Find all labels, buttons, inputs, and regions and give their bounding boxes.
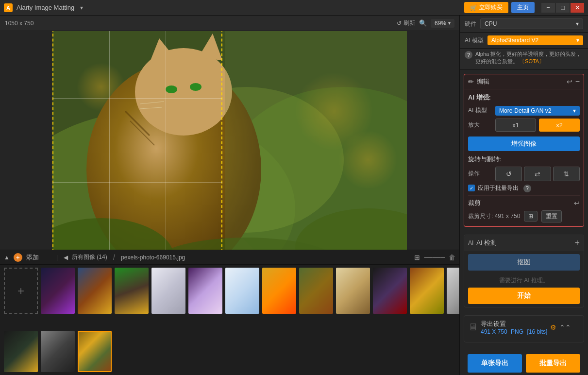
- ai-model-row: AI 模型 AlphaStandard V2 ▾: [460, 33, 588, 49]
- thumb-inner: [373, 268, 407, 314]
- ai-enhance-title: AI 增强:: [468, 93, 580, 102]
- chevron-down-icon: ▾: [573, 107, 576, 114]
- add-thumb-button[interactable]: +: [4, 268, 38, 314]
- maximize-button[interactable]: □: [556, 3, 570, 13]
- filmstrip-header: ▲ + 添加 | ◀ 所有图像 (14) / pexels-photo-6690…: [0, 250, 459, 265]
- size-slider[interactable]: ─────: [424, 254, 445, 261]
- apply-batch-label: 应用于批量导出: [478, 184, 519, 192]
- collapse-icon[interactable]: ⌃⌃: [559, 324, 571, 331]
- ai-detect-section: AI AI 检测 + 抠图 需要进行 AI 推理。 开始: [464, 235, 584, 307]
- edit-header: ✏ 编辑 ↩ −: [464, 74, 584, 89]
- list-item[interactable]: [410, 268, 444, 314]
- hardware-select[interactable]: CPU ▾: [480, 18, 583, 29]
- export-buttons-row: 单张导出 批量导出: [464, 350, 584, 375]
- list-item[interactable]: [336, 268, 370, 314]
- crop-title: 裁剪: [468, 199, 571, 207]
- thumb-inner: [299, 268, 333, 314]
- list-item[interactable]: [78, 268, 112, 314]
- apply-help-icon[interactable]: ?: [523, 185, 531, 192]
- list-item[interactable]: [41, 331, 75, 372]
- canvas-toolbar: 1050 x 750 ↺ 刷新 🔍 69% ▾: [0, 16, 459, 31]
- thumb-inner: [78, 268, 112, 314]
- canvas-viewport[interactable]: [0, 31, 459, 250]
- crop-header: 裁剪 ↩: [468, 199, 580, 207]
- add-label: 添加: [26, 253, 50, 262]
- svg-rect-20: [225, 31, 407, 250]
- grid-view-icon[interactable]: ⊞: [414, 254, 420, 261]
- apply-batch-checkbox[interactable]: ✓: [468, 185, 475, 191]
- ai-detect-title: AI 检测: [476, 239, 571, 247]
- app-logo: A: [4, 3, 13, 12]
- list-item[interactable]: [41, 268, 75, 314]
- list-item[interactable]: [225, 268, 259, 314]
- ai-model-enhance-label: AI 模型: [468, 106, 492, 115]
- list-item[interactable]: [262, 268, 296, 314]
- scale-x2-button[interactable]: x2: [539, 119, 580, 132]
- chevron-down-icon: ▾: [576, 37, 579, 44]
- export-title: 导出设置: [481, 320, 547, 328]
- export-settings-section: 🖥 导出设置 491 X 750 PNG [16 bits] ⚙ ⌃⌃: [464, 315, 584, 342]
- flip-h-button[interactable]: ⇄: [524, 167, 551, 181]
- export-info: 491 X 750 PNG [16 bits]: [481, 328, 547, 335]
- list-item[interactable]: [188, 268, 222, 314]
- ai-detect-add-button[interactable]: +: [574, 238, 580, 248]
- batch-export-button[interactable]: 批量导出: [526, 354, 580, 373]
- list-item[interactable]: [151, 268, 185, 314]
- buy-button[interactable]: 🛒 立即购买: [464, 2, 508, 13]
- list-item[interactable]: [4, 331, 38, 372]
- list-item[interactable]: [299, 268, 333, 314]
- hardware-row: 硬件 CPU ▾: [460, 16, 588, 33]
- filmstrip-scroll[interactable]: +: [0, 265, 459, 333]
- matting-button[interactable]: 抠图: [468, 254, 580, 271]
- crop-undo-button[interactable]: ↩: [574, 199, 580, 207]
- list-item[interactable]: [447, 268, 459, 314]
- settings-icon[interactable]: ⚙: [550, 324, 556, 331]
- single-export-button[interactable]: 单张导出: [468, 354, 522, 373]
- list-item[interactable]: [115, 268, 149, 314]
- delete-button[interactable]: 🗑: [449, 254, 455, 261]
- refresh-icon: ↺: [397, 20, 402, 27]
- ai-model-select[interactable]: AlphaStandard V2 ▾: [487, 35, 583, 45]
- minimize-button[interactable]: −: [541, 3, 555, 13]
- sep1: |: [56, 254, 58, 261]
- ai-desc-text: Alpha 抠化，更好的半透明度，更好的头发，更好的混合质量。 〔SOTA〕: [475, 51, 583, 66]
- filmstrip-toggle[interactable]: ▲: [4, 254, 10, 261]
- home-button[interactable]: 主页: [511, 2, 535, 13]
- ai-detect-icon: AI: [468, 239, 473, 246]
- cat-scene-svg: [52, 31, 407, 250]
- crop-size: 裁剪尺寸: 491 x 750: [468, 212, 520, 221]
- start-button[interactable]: 开始: [468, 288, 580, 304]
- flip-v-button[interactable]: ⇅: [553, 167, 580, 181]
- undo-button[interactable]: ↩: [567, 78, 572, 85]
- filmstrip-row2: [0, 329, 459, 375]
- zoom-control[interactable]: 69% ▾: [431, 19, 454, 28]
- thumb-inner: [262, 268, 296, 314]
- crop-reset-button[interactable]: 重置: [541, 210, 562, 222]
- crop-frame-button[interactable]: ⊞: [524, 211, 538, 222]
- add-button[interactable]: +: [14, 253, 22, 262]
- breadcrumb-all: 所有图像 (14): [72, 253, 107, 261]
- close-button[interactable]: ✕: [571, 3, 584, 13]
- hardware-label: 硬件: [465, 20, 476, 28]
- breadcrumb-separator: /: [113, 253, 115, 262]
- refresh-button[interactable]: ↺ 刷新: [397, 19, 415, 27]
- help-icon[interactable]: ?: [465, 51, 472, 59]
- list-item[interactable]: [373, 268, 407, 314]
- scale-x1-button[interactable]: x1: [495, 119, 536, 132]
- left-arrow-icon[interactable]: ◀: [64, 254, 68, 261]
- scale-label: 放大: [468, 121, 492, 129]
- crop-info-row: 裁剪尺寸: 491 x 750 ⊞ 重置: [468, 210, 580, 222]
- list-item-selected[interactable]: [78, 331, 112, 372]
- thumb-inner: [188, 268, 222, 314]
- svg-point-12: [190, 83, 202, 91]
- app-title: Aiarty Image Matting: [17, 4, 74, 11]
- collapse-button[interactable]: −: [575, 77, 580, 86]
- enhance-image-button[interactable]: 增强图像: [468, 136, 580, 151]
- cart-icon: 🛒: [470, 4, 477, 11]
- ai-enhance-model-select[interactable]: More-Detail GAN v2 ▾: [495, 106, 580, 116]
- edit-title: 编辑: [477, 77, 564, 86]
- export-settings-header: 🖥 导出设置 491 X 750 PNG [16 bits] ⚙ ⌃⌃: [468, 320, 580, 335]
- filmstrip-bar: ▲ + 添加 | ◀ 所有图像 (14) / pexels-photo-6690…: [0, 250, 459, 333]
- plus-icon: +: [17, 284, 24, 298]
- rotate-left-button[interactable]: ↺: [495, 167, 522, 181]
